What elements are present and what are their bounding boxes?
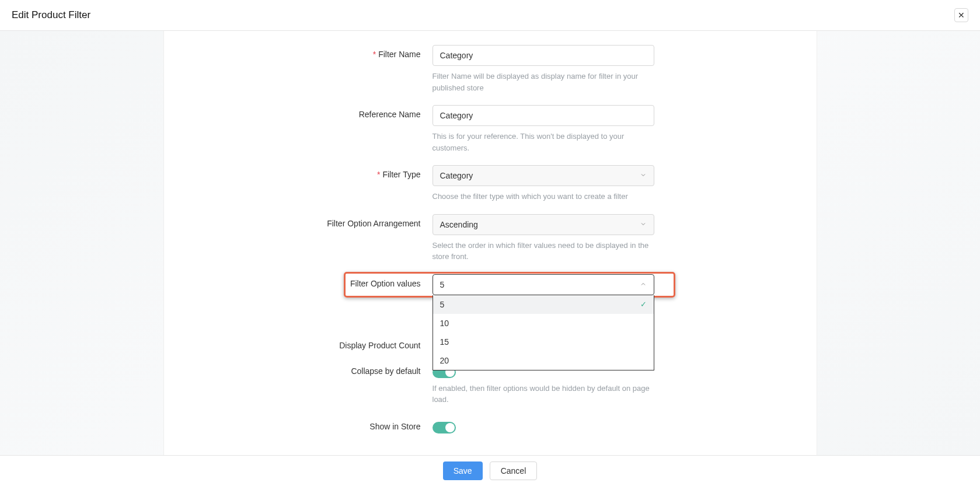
check-icon: ✓ (640, 300, 647, 309)
row-filter-name: *Filter Name Filter Name will be display… (164, 39, 817, 99)
label-show-store: Show in Store (187, 417, 433, 431)
label-collapse: Collapse by default (187, 362, 433, 376)
row-show-store: Show in Store (164, 411, 817, 439)
dropdown-option[interactable]: 15 (433, 333, 654, 351)
cancel-button[interactable]: Cancel (490, 461, 538, 480)
reference-name-hint: This is for your reference. This won't b… (433, 131, 654, 153)
arrangement-hint: Select the order in which filter values … (433, 240, 654, 263)
modal-header: Edit Product Filter ✕ (0, 0, 980, 31)
dropdown-option[interactable]: 5 ✓ (433, 295, 654, 314)
arrangement-select[interactable]: Ascending (433, 214, 654, 235)
form-panel: *Filter Name Filter Name will be display… (163, 31, 817, 455)
option-values-select[interactable]: 5 (433, 274, 654, 295)
chevron-down-icon (640, 220, 647, 229)
dropdown-option[interactable]: 10 (433, 314, 654, 333)
row-arrangement: Filter Option Arrangement Ascending Sele… (164, 208, 817, 268)
save-button[interactable]: Save (443, 461, 483, 480)
filter-name-input[interactable] (433, 45, 654, 66)
close-button[interactable]: ✕ (954, 8, 968, 22)
collapse-hint: If enabled, then filter options would be… (433, 383, 654, 405)
toggle-knob (445, 423, 455, 432)
filter-type-select[interactable]: Category (433, 165, 654, 186)
modal-body: *Filter Name Filter Name will be display… (0, 31, 980, 455)
filter-type-hint: Choose the filter type with which you wa… (433, 191, 654, 202)
required-marker: * (377, 170, 380, 179)
modal-title: Edit Product Filter (12, 9, 90, 21)
chevron-up-icon (640, 280, 647, 289)
label-option-values: Filter Option values (187, 274, 433, 288)
close-icon: ✕ (958, 11, 965, 20)
filter-name-hint: Filter Name will be displayed as display… (433, 71, 654, 93)
edit-product-filter-modal: Edit Product Filter ✕ *Filter Name Filte… (0, 0, 980, 486)
label-arrangement: Filter Option Arrangement (187, 214, 433, 228)
row-reference-name: Reference Name This is for your referenc… (164, 99, 817, 159)
label-filter-type: *Filter Type (187, 165, 433, 179)
required-marker: * (373, 50, 376, 59)
label-reference-name: Reference Name (187, 105, 433, 119)
dropdown-option[interactable]: 20 (433, 351, 654, 370)
option-values-dropdown: 5 ✓ 10 15 20 (433, 295, 654, 370)
show-store-toggle[interactable] (433, 422, 456, 433)
reference-name-input[interactable] (433, 105, 654, 126)
label-filter-name: *Filter Name (187, 45, 433, 59)
modal-footer: Save Cancel (0, 455, 980, 486)
row-filter-type: *Filter Type Category Choose the filter … (164, 159, 817, 208)
row-option-values: Filter Option values 5 5 ✓ (164, 268, 817, 301)
label-product-count: Display Product Count (187, 336, 433, 350)
chevron-down-icon (640, 171, 647, 180)
